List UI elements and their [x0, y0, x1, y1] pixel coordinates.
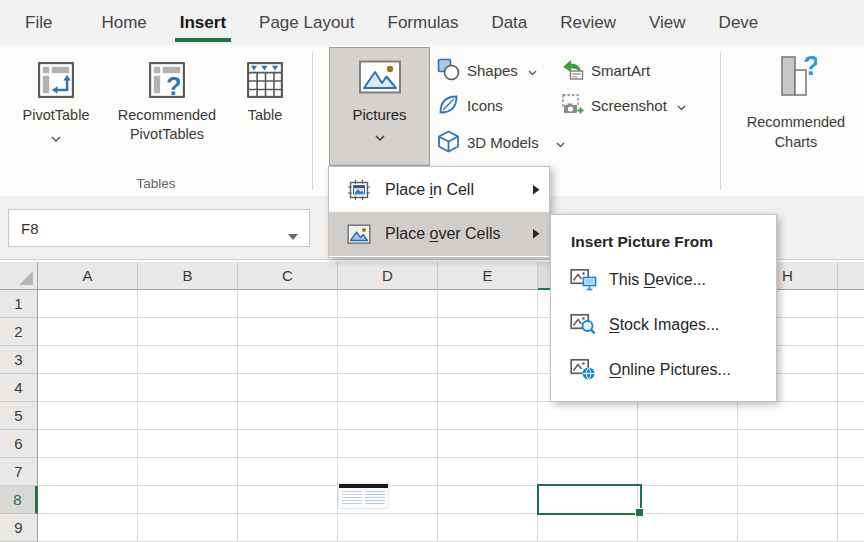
- fill-handle[interactable]: [635, 508, 644, 517]
- shapes-button[interactable]: Shapes: [437, 58, 537, 83]
- tab-home[interactable]: Home: [101, 0, 146, 45]
- cell-partial[interactable]: [838, 318, 864, 346]
- column-header-b[interactable]: B: [138, 262, 238, 290]
- cell-e5[interactable]: [438, 402, 538, 430]
- cell-f7[interactable]: [538, 458, 638, 486]
- cell-h8[interactable]: [738, 486, 838, 514]
- cell-d6[interactable]: [338, 430, 438, 458]
- row-header-5[interactable]: 5: [0, 402, 38, 430]
- cell-e2[interactable]: [438, 318, 538, 346]
- cell-g9[interactable]: [638, 514, 738, 542]
- cell-h7[interactable]: [738, 458, 838, 486]
- cell-d9[interactable]: [338, 514, 438, 542]
- cell-d2[interactable]: [338, 318, 438, 346]
- row-header-7[interactable]: 7: [0, 458, 38, 486]
- menu-item-place-in-cell[interactable]: Place in Cell: [329, 168, 549, 212]
- cell-partial[interactable]: [838, 402, 864, 430]
- cell-c3[interactable]: [238, 346, 338, 374]
- cell-e3[interactable]: [438, 346, 538, 374]
- row-header-9[interactable]: 9: [0, 514, 38, 542]
- cell-b3[interactable]: [138, 346, 238, 374]
- cell-d4[interactable]: [338, 374, 438, 402]
- cell-d1[interactable]: [338, 290, 438, 318]
- cell-d3[interactable]: [338, 346, 438, 374]
- cell-h6[interactable]: [738, 430, 838, 458]
- cell-e9[interactable]: [438, 514, 538, 542]
- cell-c7[interactable]: [238, 458, 338, 486]
- row-header-8[interactable]: 8: [0, 486, 38, 514]
- smartart-button[interactable]: SmartArt: [561, 58, 650, 83]
- embedded-picture-thumbnail[interactable]: [339, 484, 388, 508]
- row-header-4[interactable]: 4: [0, 374, 38, 402]
- cell-b1[interactable]: [138, 290, 238, 318]
- name-box-dropdown-icon[interactable]: [288, 226, 298, 243]
- cell-a4[interactable]: [38, 374, 138, 402]
- cell-a6[interactable]: [38, 430, 138, 458]
- cell-g6[interactable]: [638, 430, 738, 458]
- cell-partial[interactable]: [838, 514, 864, 542]
- cell-b8[interactable]: [138, 486, 238, 514]
- cell-a7[interactable]: [38, 458, 138, 486]
- menu-item-online-pictures[interactable]: Online Pictures...: [551, 347, 776, 392]
- name-box[interactable]: F8: [8, 209, 310, 247]
- cell-partial[interactable]: [838, 486, 864, 514]
- row-header-1[interactable]: 1: [0, 290, 38, 318]
- pictures-button[interactable]: Pictures: [329, 47, 430, 166]
- cell-c5[interactable]: [238, 402, 338, 430]
- column-header-d[interactable]: D: [338, 262, 438, 290]
- cell-e6[interactable]: [438, 430, 538, 458]
- cell-d7[interactable]: [338, 458, 438, 486]
- row-header-3[interactable]: 3: [0, 346, 38, 374]
- table-button[interactable]: Table: [234, 57, 296, 125]
- menu-item-stock-images[interactable]: Stock Images...: [551, 302, 776, 347]
- column-header-a[interactable]: A: [38, 262, 138, 290]
- cell-c4[interactable]: [238, 374, 338, 402]
- cell-partial[interactable]: [838, 458, 864, 486]
- cell-c6[interactable]: [238, 430, 338, 458]
- cell-a2[interactable]: [38, 318, 138, 346]
- select-all-corner[interactable]: [0, 262, 38, 290]
- cell-g5[interactable]: [638, 402, 738, 430]
- column-header-c[interactable]: C: [238, 262, 338, 290]
- tab-review[interactable]: Review: [560, 0, 616, 45]
- tab-file[interactable]: File: [25, 0, 52, 45]
- cell-b9[interactable]: [138, 514, 238, 542]
- recommended-charts-button[interactable]: ? Recommended Charts: [737, 53, 855, 152]
- cell-e7[interactable]: [438, 458, 538, 486]
- cell-partial[interactable]: [838, 430, 864, 458]
- cell-c2[interactable]: [238, 318, 338, 346]
- tab-view[interactable]: View: [649, 0, 686, 45]
- cell-partial[interactable]: [838, 290, 864, 318]
- cell-partial[interactable]: [838, 374, 864, 402]
- cell-a9[interactable]: [38, 514, 138, 542]
- cell-c8[interactable]: [238, 486, 338, 514]
- column-header-partial[interactable]: [838, 262, 864, 290]
- row-header-6[interactable]: 6: [0, 430, 38, 458]
- cell-g8[interactable]: [638, 486, 738, 514]
- cell-f5[interactable]: [538, 402, 638, 430]
- row-header-2[interactable]: 2: [0, 318, 38, 346]
- cell-partial[interactable]: [838, 346, 864, 374]
- menu-item-place-over-cells[interactable]: Place over Cells: [329, 212, 549, 256]
- recommended-pivottables-button[interactable]: ? Recommended PivotTables: [100, 57, 234, 144]
- cell-c9[interactable]: [238, 514, 338, 542]
- screenshot-button[interactable]: Screenshot: [561, 93, 686, 118]
- cell-c1[interactable]: [238, 290, 338, 318]
- menu-item-this-device[interactable]: This Device...: [551, 257, 776, 302]
- cell-a5[interactable]: [38, 402, 138, 430]
- icons-button[interactable]: Icons: [437, 93, 503, 118]
- cell-d5[interactable]: [338, 402, 438, 430]
- cell-g7[interactable]: [638, 458, 738, 486]
- tab-deve[interactable]: Deve: [719, 0, 759, 45]
- cell-b5[interactable]: [138, 402, 238, 430]
- cell-e4[interactable]: [438, 374, 538, 402]
- cell-f6[interactable]: [538, 430, 638, 458]
- cell-b6[interactable]: [138, 430, 238, 458]
- cell-f9[interactable]: [538, 514, 638, 542]
- cell-b4[interactable]: [138, 374, 238, 402]
- selected-cell-outline[interactable]: [537, 484, 642, 515]
- tab-page-layout[interactable]: Page Layout: [259, 0, 354, 45]
- tab-formulas[interactable]: Formulas: [388, 0, 459, 45]
- pivottable-button[interactable]: PivotTable: [12, 57, 100, 147]
- cell-h9[interactable]: [738, 514, 838, 542]
